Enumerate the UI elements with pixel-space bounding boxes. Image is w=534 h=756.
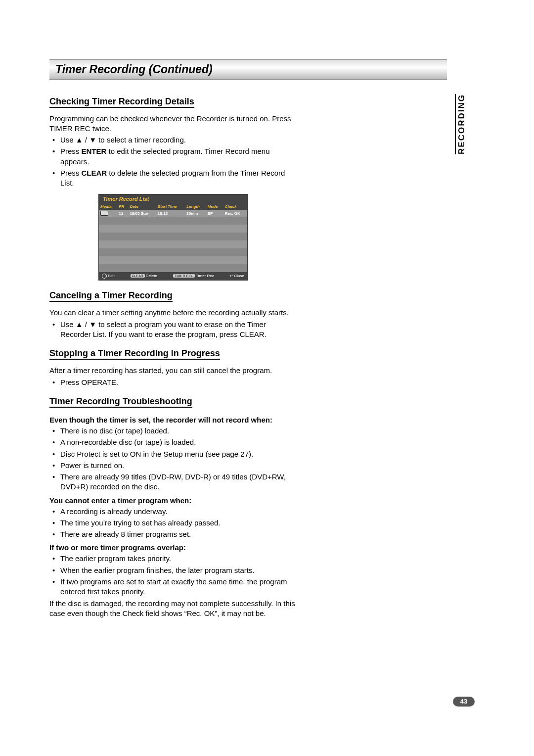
footer-close: ↵Close (230, 274, 244, 279)
list-checking: Use ▲ / ▼ to select a timer recording. P… (49, 135, 297, 188)
col-start: Start Time (156, 203, 185, 210)
list-item: Press OPERATE. (57, 378, 297, 387)
cell-pr: 11 (117, 210, 128, 217)
tape-icon (100, 211, 108, 216)
list-ts1: There is no disc (or tape) loaded. A non… (49, 426, 297, 492)
list-item: Use ▲ / ▼ to select a program you want t… (57, 320, 297, 340)
footer-delete: CLEARDelete (131, 274, 157, 279)
list-item: There are already 8 timer programs set. (57, 529, 297, 539)
col-check: Check (223, 203, 247, 210)
osd-footer: Edit CLEARDelete TIMER RECTimer Rec ↵Clo… (99, 272, 247, 280)
list-item: A non-recordable disc (or tape) is loade… (57, 437, 297, 447)
cell-start: 10:12 (156, 210, 185, 217)
list-canceling: Use ▲ / ▼ to select a program you want t… (49, 320, 297, 340)
list-item: There are already 99 titles (DVD-RW, DVD… (57, 472, 297, 492)
cell-date: 16/05 Sun (129, 210, 156, 217)
list-item: The earlier program takes priority. (57, 554, 297, 564)
osd-table: Media PR Date Start Time Length Mode Che… (99, 203, 247, 272)
tsubhead-1: Even though the timer is set, the record… (49, 416, 297, 424)
list-ts3: The earlier program takes priority. When… (49, 554, 297, 597)
col-length: Length (185, 203, 206, 210)
table-row: 11 16/05 Sun 10:12 30min SP Rec. OK (99, 210, 247, 217)
cell-media (99, 210, 117, 217)
list-item: If two programs are set to start at exac… (57, 577, 297, 597)
heading-checking-details: Checking Timer Recording Details (49, 96, 194, 108)
timer-record-list-osd: Timer Record List Media PR Date Start Ti… (98, 194, 248, 281)
list-item: There is no disc (or tape) loaded. (57, 426, 297, 436)
list-item: A recording is already underway. (57, 507, 297, 517)
outro-troubleshooting: If the disc is damaged, the recording ma… (49, 599, 297, 618)
list-item: Press CLEAR to delete the selected progr… (57, 168, 297, 189)
list-item: Use ▲ / ▼ to select a timer recording. (57, 135, 297, 145)
list-stopping: Press OPERATE. (49, 378, 297, 387)
footer-timerrec: TIMER RECTimer Rec (173, 274, 214, 279)
enter-icon (102, 274, 107, 279)
intro-checking: Programming can be checked whenever the … (49, 114, 297, 133)
cell-check: Rec. OK (223, 210, 247, 217)
tsubhead-2: You cannot enter a timer program when: (49, 496, 297, 505)
heading-stopping: Stopping a Timer Recording in Progress (49, 348, 220, 360)
page-title: Timer Recording (Continued) (55, 63, 441, 76)
side-tab-recording: RECORDING (455, 94, 467, 154)
footer-edit: Edit (102, 274, 115, 279)
heading-canceling: Canceling a Timer Recording (49, 290, 173, 302)
cell-length: 30min (185, 210, 206, 217)
col-media: Media (99, 203, 117, 210)
list-item: The time you’re trying to set has alread… (57, 518, 297, 528)
osd-title: Timer Record List (99, 194, 247, 203)
page-number-badge: 43 (453, 697, 475, 707)
list-item: Disc Protect is set to ON in the Setup m… (57, 449, 297, 459)
title-banner: Timer Recording (Continued) (49, 59, 447, 80)
intro-stopping: After a timer recording has started, you… (49, 366, 297, 376)
list-item: Power is turned on. (57, 461, 297, 471)
intro-canceling: You can clear a timer setting anytime be… (49, 308, 297, 318)
col-date: Date (129, 203, 156, 210)
list-item: Press ENTER to edit the selected program… (57, 146, 297, 167)
cell-mode: SP (206, 210, 223, 217)
list-item: When the earlier program finishes, the l… (57, 566, 297, 575)
col-pr: PR (117, 203, 128, 210)
col-mode: Mode (206, 203, 223, 210)
list-ts2: A recording is already underway. The tim… (49, 507, 297, 540)
tsubhead-3: If two or more timer programs overlap: (49, 543, 297, 552)
return-icon: ↵ (230, 274, 233, 278)
heading-troubleshooting: Timer Recording Troubleshooting (49, 396, 192, 408)
